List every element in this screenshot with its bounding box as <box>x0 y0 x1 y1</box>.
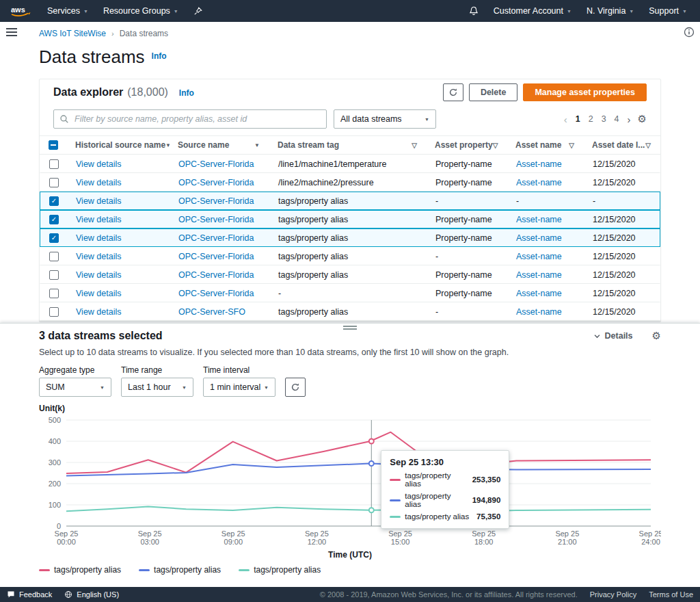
asset-date-cell: 12/15/2020 <box>584 159 660 169</box>
nav-services[interactable]: Services ▼ <box>40 0 96 22</box>
column-header-asset-date-l-[interactable]: Asset date l...▽ <box>584 140 660 150</box>
column-header-source-name[interactable]: Source name▼ <box>170 140 269 150</box>
view-details-link[interactable]: View details <box>76 270 121 280</box>
svg-text:aws: aws <box>11 5 25 14</box>
row-checkbox[interactable]: ✓ <box>49 215 59 224</box>
data-explorer-card: Data explorer (18,000) Info Delete Manag… <box>39 79 661 322</box>
delete-button[interactable]: Delete <box>469 83 518 101</box>
asset-name-link[interactable]: Asset-name <box>516 178 562 187</box>
details-toggle-button[interactable]: Details <box>593 331 633 341</box>
nav-support-menu[interactable]: Support ▼ <box>641 0 695 22</box>
column-header-historical-source-name[interactable]: Historical source name▼ <box>67 140 170 150</box>
time-range-select[interactable]: Last 1 hour▼ <box>121 378 193 397</box>
view-details-link[interactable]: View details <box>76 215 121 224</box>
asset-date-cell: - <box>584 196 660 206</box>
series-swatch <box>390 479 401 481</box>
source-name-link[interactable]: OPC-Server-Florida <box>178 215 254 224</box>
panel-resize-handle[interactable] <box>0 324 700 330</box>
asset-name-link[interactable]: Asset-name <box>516 252 562 261</box>
view-details-link[interactable]: View details <box>76 233 121 243</box>
manage-asset-properties-button[interactable]: Manage asset properties <box>523 83 647 101</box>
column-header-asset-name[interactable]: Asset name▽ <box>507 140 584 150</box>
legend-item[interactable]: tags/property alias <box>39 565 121 575</box>
row-checkbox[interactable] <box>49 270 59 280</box>
table-row: View detailsOPC-Server-Florida/line1/mac… <box>40 155 660 173</box>
asset-name-link[interactable]: Asset-name <box>516 159 562 169</box>
filter-icon[interactable]: ▽ <box>412 142 417 149</box>
legend-item[interactable]: tags/property alias <box>139 565 221 575</box>
page-number-1[interactable]: 1 <box>576 114 580 124</box>
aws-logo[interactable]: aws <box>5 0 40 22</box>
page-number-4[interactable]: 4 <box>615 114 619 124</box>
nav-region-selector[interactable]: N. Virginia ▼ <box>579 0 641 22</box>
explorer-info-link[interactable]: Info <box>179 88 194 98</box>
privacy-policy-link[interactable]: Privacy Policy <box>590 590 636 599</box>
sort-icon[interactable]: ▼ <box>254 142 260 148</box>
filter-icon[interactable]: ▽ <box>645 142 651 149</box>
pin-icon[interactable] <box>186 0 210 22</box>
info-panel-icon[interactable] <box>684 27 695 40</box>
previous-page-button[interactable]: ‹ <box>564 114 567 125</box>
asset-name-link[interactable]: Asset-name <box>516 289 562 298</box>
source-name-link[interactable]: OPC-Server-Florida <box>178 252 254 261</box>
source-name-link[interactable]: OPC-Server-Florida <box>178 178 254 187</box>
nav-account-menu[interactable]: Customer Account ▼ <box>486 0 579 22</box>
asset-name-cell: Asset-name <box>508 252 584 261</box>
page-info-link[interactable]: Info <box>152 51 167 61</box>
view-details-link[interactable]: View details <box>76 159 121 169</box>
asset-name-link[interactable]: Asset-name <box>516 307 562 317</box>
select-all-checkbox[interactable] <box>49 140 58 150</box>
next-page-button[interactable]: › <box>628 114 631 125</box>
asset-name-link[interactable]: Asset-name <box>516 215 562 224</box>
column-header-data-stream-tag[interactable]: Data stream tag▽ <box>269 140 427 150</box>
page-number-3[interactable]: 3 <box>602 114 606 124</box>
asset-name-link[interactable]: Asset-name <box>516 270 562 280</box>
filter-input[interactable] <box>53 109 327 129</box>
row-checkbox[interactable] <box>49 307 59 317</box>
row-checkbox[interactable] <box>49 252 59 261</box>
view-details-link[interactable]: View details <box>76 289 121 298</box>
row-checkbox[interactable] <box>49 159 59 169</box>
nav-resource-groups[interactable]: Resource Groups ▼ <box>96 0 186 22</box>
data-stream-tag-cell: tags/property alias <box>270 252 427 261</box>
data-stream-tag-cell: tags/property alias <box>270 270 427 280</box>
language-selector[interactable]: English (US) <box>64 590 119 599</box>
time-interval-select[interactable]: 1 min interval▼ <box>203 378 275 397</box>
notifications-bell-icon[interactable] <box>461 0 486 22</box>
row-checkbox[interactable] <box>49 178 59 187</box>
legend-item[interactable]: tags/property alias <box>239 565 321 575</box>
hamburger-menu-icon[interactable] <box>6 28 17 38</box>
source-name-link[interactable]: OPC-Server-Florida <box>178 196 254 206</box>
source-name-link[interactable]: OPC-Server-SFO <box>178 307 245 317</box>
feedback-button[interactable]: Feedback <box>7 590 52 599</box>
page-number-2[interactable]: 2 <box>589 114 593 124</box>
chart-refresh-button[interactable] <box>285 378 306 397</box>
table-settings-gear-icon[interactable]: ⚙ <box>638 113 647 125</box>
view-details-link[interactable]: View details <box>76 252 121 261</box>
line-chart[interactable]: 0100200300400500Sep 2500:00Sep 2503:00Se… <box>39 415 661 550</box>
data-stream-scope-select[interactable]: All data streams ▼ <box>334 109 436 129</box>
source-name-link[interactable]: OPC-Server-Florida <box>178 270 254 280</box>
source-name-link[interactable]: OPC-Server-Florida <box>178 289 254 298</box>
asset-date-cell: 12/15/2020 <box>584 233 660 243</box>
chart-canvas[interactable]: 0100200300400500Sep 2500:00Sep 2503:00Se… <box>39 415 661 547</box>
filter-icon[interactable]: ▽ <box>493 142 498 149</box>
breadcrumb-root-link[interactable]: AWS IoT SiteWise <box>39 29 106 38</box>
aggregate-type-select[interactable]: SUM▼ <box>39 378 111 397</box>
view-details-link[interactable]: View details <box>76 178 121 187</box>
source-name-link[interactable]: OPC-Server-Florida <box>178 159 254 169</box>
row-checkbox[interactable] <box>49 289 59 298</box>
panel-settings-gear-icon[interactable]: ⚙ <box>652 330 661 342</box>
column-header-asset-property[interactable]: Asset property▽ <box>427 140 507 150</box>
refresh-button[interactable] <box>443 83 463 101</box>
asset-name-link[interactable]: Asset-name <box>516 233 562 243</box>
filter-icon[interactable]: ▽ <box>569 142 574 149</box>
chevron-down-icon: ▼ <box>83 9 88 14</box>
row-checkbox[interactable]: ✓ <box>49 196 59 206</box>
source-name-link[interactable]: OPC-Server-Florida <box>178 233 254 243</box>
view-details-link[interactable]: View details <box>76 196 121 206</box>
row-checkbox[interactable]: ✓ <box>49 233 59 243</box>
view-details-link[interactable]: View details <box>76 307 121 317</box>
terms-of-use-link[interactable]: Terms of Use <box>649 590 693 599</box>
table-row: ✓View detailsOPC-Server-Floridatags/prop… <box>40 192 660 210</box>
